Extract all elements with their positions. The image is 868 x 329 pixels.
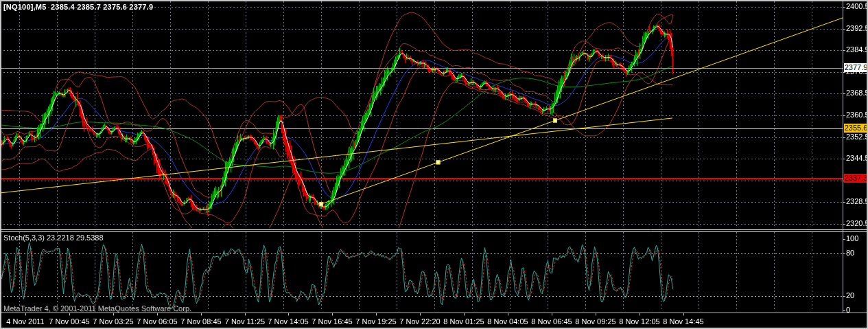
indicator-values: 23.2218 29.5388 [47,234,104,242]
price-axis[interactable] [843,1,868,313]
price-tag: 2337.3 [844,174,868,183]
copyright-watermark: MetaTrader 4, © 2001-2011 MetaQuotes Sof… [3,304,191,313]
ohlc-values: 2385.4 2385.7 2375.6 2377.9 [51,3,153,11]
price-tag: 2355.6 [844,124,868,133]
symbol-period-label: [NQ100],M5 [3,3,47,11]
price-tag: 2377.9 [844,63,868,72]
indicator-name: Stoch(5,3,3) [3,234,45,242]
time-axis[interactable] [1,313,867,328]
chart-title: [NQ100],M5 2385.4 2385.7 2375.6 2377.9 [3,3,153,11]
indicator-label: Stoch(5,3,3) 23.2218 29.5388 [3,234,104,242]
chart-canvas[interactable] [1,1,867,328]
mt4-chart-window: [NQ100],M5 2385.4 2385.7 2375.6 2377.9 S… [0,0,868,329]
